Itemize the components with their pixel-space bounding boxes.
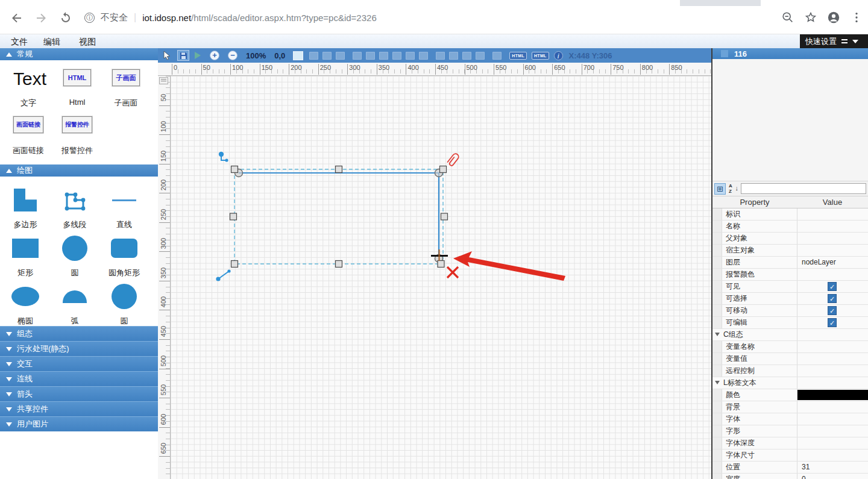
property-row[interactable]: 位置31 xyxy=(712,462,868,474)
ruler-label: 100 xyxy=(232,64,243,71)
property-row[interactable]: 字形 xyxy=(712,425,868,437)
property-row[interactable]: 父对象 xyxy=(712,233,868,245)
palette-item-polyline[interactable]: 多线段 xyxy=(62,186,87,234)
property-row[interactable]: 可移动✓ xyxy=(712,305,868,317)
not-secure-label[interactable]: 不安全 xyxy=(101,12,128,23)
sidebar-section-collapsed-3[interactable]: 连线 xyxy=(0,371,158,386)
property-section-row[interactable]: C组态 xyxy=(712,329,868,341)
ruler-corner-handle[interactable] xyxy=(159,77,168,84)
property-row[interactable]: 背景 xyxy=(712,401,868,413)
menu-file[interactable]: 文件 xyxy=(7,34,31,49)
polyline-vertex-handles[interactable] xyxy=(235,169,443,263)
property-filter-input[interactable] xyxy=(741,183,866,194)
sidebar-section-collapsed-1[interactable]: 污水处理(静态) xyxy=(0,341,158,356)
row-gutter xyxy=(712,474,722,479)
menu-view[interactable]: 视图 xyxy=(75,34,99,49)
property-row[interactable]: 远程控制 xyxy=(712,365,868,377)
polyline-shape[interactable] xyxy=(239,173,439,255)
design-canvas[interactable] xyxy=(171,76,711,479)
section-title: 绘图 xyxy=(17,165,33,176)
profile-avatar-icon[interactable] xyxy=(827,11,840,24)
property-row[interactable]: 变量名称 xyxy=(712,341,868,353)
resize-handles[interactable] xyxy=(230,166,448,268)
sidebar-section-collapsed-5[interactable]: 共享控件 xyxy=(0,401,158,416)
property-label: 位置 xyxy=(726,462,740,473)
property-value[interactable]: 0 xyxy=(802,474,806,479)
palette-item-screen-link[interactable]: 画面链接 xyxy=(13,116,43,133)
html-export-icon-2[interactable]: HTML xyxy=(532,52,549,60)
palette-label-subscreen: 子画面 xyxy=(108,98,143,108)
forward-icon[interactable] xyxy=(34,11,48,25)
property-checkbox[interactable]: ✓ xyxy=(828,318,837,327)
zoom-out-page-icon[interactable] xyxy=(781,11,794,24)
sidebar-section-drawing[interactable]: 绘图 xyxy=(0,164,158,177)
property-checkbox[interactable]: ✓ xyxy=(828,294,837,303)
run-preview-icon[interactable] xyxy=(194,52,201,59)
property-row[interactable]: 颜色 xyxy=(712,389,868,401)
ruler-tick xyxy=(172,64,172,75)
property-value[interactable]: nodeLayer xyxy=(802,257,836,268)
reload-icon[interactable] xyxy=(58,11,73,25)
color-swatch[interactable] xyxy=(797,390,868,400)
html-export-icon[interactable]: HTML xyxy=(509,52,527,60)
property-row[interactable]: 字体深度 xyxy=(712,437,868,449)
collapse-panels-icon[interactable] xyxy=(841,38,848,45)
sidebar-section-collapsed-6[interactable]: 用户图片 xyxy=(0,416,158,431)
property-label: 背景 xyxy=(726,401,740,413)
property-row[interactable]: 字体尺寸 xyxy=(712,449,868,462)
sidebar-section-collapsed-4[interactable]: 箭头 xyxy=(0,386,158,401)
palette-item-ellipse[interactable]: 椭圆 xyxy=(11,283,39,331)
info-icon[interactable]: i xyxy=(554,51,563,60)
property-row[interactable]: 可编辑✓ xyxy=(712,317,868,329)
back-icon[interactable] xyxy=(10,11,24,25)
sort-az-icon[interactable]: AZ↓ xyxy=(728,183,739,195)
palette-item-circle-2[interactable]: 圆 xyxy=(112,283,137,331)
palette-item-circle[interactable]: 圆 xyxy=(62,234,87,283)
property-section-row[interactable]: L标签文本 xyxy=(712,377,868,389)
horizontal-ruler: 0501001502002503003504004505005506006507… xyxy=(158,63,711,76)
ruler-tick xyxy=(159,398,170,398)
scada-editor-window: ⓘ 不安全 | iot.idosp.net/html/scada/editor.… xyxy=(0,0,868,479)
sidebar-section-general[interactable]: 常规 xyxy=(0,48,158,60)
palette-item-rectangle[interactable]: 矩形 xyxy=(12,234,39,283)
property-row[interactable]: 可见✓ xyxy=(712,281,868,293)
browser-menu-icon[interactable] xyxy=(850,11,863,24)
palette-item-text[interactable]: Text xyxy=(13,69,46,89)
property-value[interactable]: 31 xyxy=(802,462,810,473)
menu-edit[interactable]: 编辑 xyxy=(40,34,64,49)
url-bar[interactable]: ⓘ 不安全 | iot.idosp.net/html/scada/editor.… xyxy=(84,8,760,27)
palette-item-html[interactable]: HTML xyxy=(63,69,91,86)
property-label: 远程控制 xyxy=(726,365,755,377)
ruler-tick xyxy=(552,64,553,75)
palette-item-alarm-control[interactable]: 报警控件 xyxy=(62,116,92,133)
property-checkbox[interactable]: ✓ xyxy=(828,282,837,291)
property-row[interactable]: 标识 xyxy=(712,208,868,221)
zoom-out-icon[interactable]: − xyxy=(228,51,237,60)
property-row[interactable]: 字体 xyxy=(712,413,868,425)
property-row[interactable]: 报警颜色 xyxy=(712,269,868,281)
categorized-view-icon[interactable]: ⊞ xyxy=(714,183,726,195)
palette-item-line[interactable]: 直线 xyxy=(112,186,136,234)
dropdown-caret-icon[interactable] xyxy=(852,40,858,43)
palette-item-rounded-rectangle[interactable]: 圆角矩形 xyxy=(108,234,140,283)
sidebar-section-collapsed-2[interactable]: 交互 xyxy=(0,356,158,371)
property-row[interactable]: 变量值 xyxy=(712,353,868,365)
page-settings-icon[interactable] xyxy=(293,51,303,60)
palette-item-arc[interactable]: 弧 xyxy=(63,283,87,331)
property-row[interactable]: 宽度0 xyxy=(712,474,868,479)
zoom-in-icon[interactable]: + xyxy=(210,51,219,60)
property-row[interactable]: 图层nodeLayer xyxy=(712,257,868,269)
property-row[interactable]: 可选择✓ xyxy=(712,293,868,305)
select-cursor-icon[interactable] xyxy=(163,51,171,60)
property-checkbox[interactable]: ✓ xyxy=(828,306,837,315)
palette-item-polygon[interactable]: 多边形 xyxy=(14,186,37,234)
row-gutter xyxy=(712,437,722,449)
save-icon[interactable] xyxy=(177,50,189,61)
page-info-icon[interactable]: ⓘ xyxy=(84,13,95,23)
quick-settings[interactable]: 快速设置 xyxy=(800,34,868,49)
palette-item-subscreen[interactable]: 子画面 xyxy=(112,69,140,86)
bookmark-star-icon[interactable] xyxy=(804,11,817,24)
property-row[interactable]: 宿主对象 xyxy=(712,245,868,257)
properties-panel: 116 ⊞ AZ↓ Property Value 标识名称父对象宿主对象图层no… xyxy=(711,48,868,479)
property-row[interactable]: 名称 xyxy=(712,221,868,233)
